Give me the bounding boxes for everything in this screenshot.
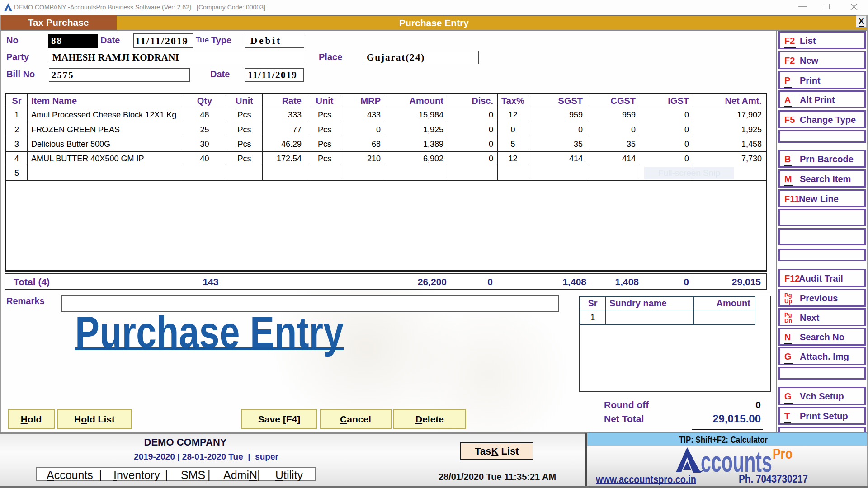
svg-text:TIP: Shift+F2: Calculator: TIP: Shift+F2: Calculator (679, 434, 768, 445)
svg-text:ccounts: ccounts (701, 446, 772, 474)
svg-text:Ph. 7043730217: Ph. 7043730217 (739, 473, 808, 485)
svg-text:Pro: Pro (773, 446, 793, 462)
